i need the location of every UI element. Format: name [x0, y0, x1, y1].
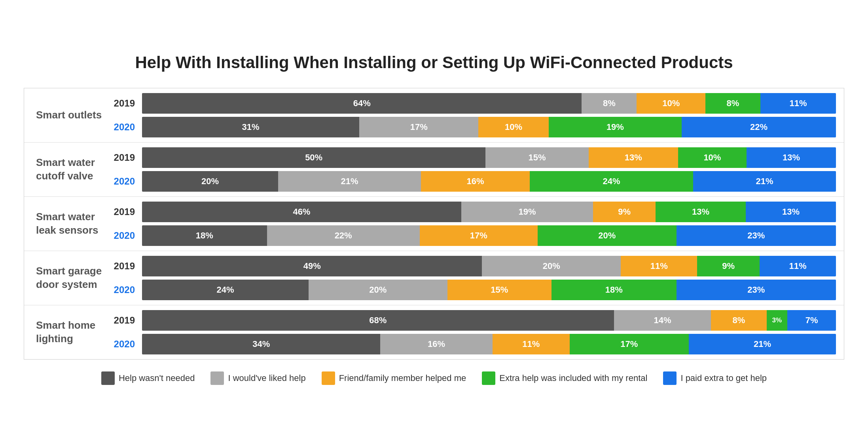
bar-track: 24%20%15%18%23%: [142, 280, 836, 300]
bar-segment: 16%: [421, 171, 530, 192]
bar-segment: 20%: [142, 171, 278, 192]
bar-year: 2019: [111, 261, 139, 272]
bar-track: 49%20%11%9%11%: [142, 256, 836, 276]
bar-year: 2020: [111, 339, 139, 350]
legend-item: I paid extra to get help: [663, 371, 767, 385]
bar-segment: 8%: [705, 93, 760, 114]
row-label: Smart outlets: [24, 109, 111, 122]
chart-row: Smart garage door system201949%20%11%9%1…: [24, 251, 844, 305]
bar-segment: 64%: [142, 93, 582, 114]
legend: Help wasn't neededI would've liked helpF…: [101, 371, 767, 385]
bar-track: 20%21%16%24%21%: [142, 171, 836, 192]
bar-row: 201949%20%11%9%11%: [111, 256, 836, 276]
bar-segment: 17%: [420, 225, 538, 246]
bar-row: 201968%14%8%3%7%: [111, 310, 836, 331]
chart-row: Smart home lighting201968%14%8%3%7%20203…: [24, 305, 844, 359]
bar-segment: 17%: [570, 334, 689, 354]
legend-item: Extra help was included with my rental: [482, 371, 647, 385]
bar-segment: 9%: [593, 202, 656, 222]
bar-track: 64%8%10%8%11%: [142, 93, 836, 114]
bar-segment: 7%: [787, 310, 836, 331]
bar-track: 50%15%13%10%13%: [142, 147, 836, 168]
chart-row: Smart outlets201964%8%10%8%11%202031%17%…: [24, 88, 844, 143]
bar-segment: 13%: [656, 202, 746, 222]
bar-segment: 21%: [693, 171, 836, 192]
chart-row: Smart water cutoff valve201950%15%13%10%…: [24, 143, 844, 197]
legend-label: Friend/family member helped me: [339, 373, 466, 383]
bar-segment: 10%: [478, 117, 548, 137]
bar-row: 202020%21%16%24%21%: [111, 171, 836, 192]
legend-label: Help wasn't needed: [119, 373, 195, 383]
bar-segment: 46%: [142, 202, 461, 222]
bar-segment: 3%: [767, 310, 788, 331]
legend-label: I paid extra to get help: [680, 373, 767, 383]
bar-track: 34%16%11%17%21%: [142, 334, 836, 354]
bar-row: 201946%19%9%13%13%: [111, 202, 836, 222]
chart-container: Smart outlets201964%8%10%8%11%202031%17%…: [24, 88, 844, 360]
bar-track: 18%22%17%20%23%: [142, 225, 836, 246]
legend-label: Extra help was included with my rental: [499, 373, 647, 383]
row-label: Smart garage door system: [24, 265, 111, 291]
bar-segment: 10%: [678, 147, 747, 168]
bar-segment: 20%: [482, 256, 621, 276]
bar-segment: 8%: [582, 93, 637, 114]
legend-swatch: [322, 371, 335, 385]
bar-segment: 11%: [760, 93, 836, 114]
legend-item: I would've liked help: [210, 371, 305, 385]
bar-segment: 68%: [142, 310, 614, 331]
bars-group: 201964%8%10%8%11%202031%17%10%19%22%: [111, 93, 844, 137]
bar-segment: 24%: [142, 280, 309, 300]
bar-year: 2019: [111, 98, 139, 109]
row-label: Smart home lighting: [24, 319, 111, 346]
legend-swatch: [101, 371, 115, 385]
bar-segment: 10%: [637, 93, 705, 114]
bar-segment: 23%: [677, 225, 836, 246]
bar-segment: 16%: [380, 334, 492, 354]
bar-track: 31%17%10%19%22%: [142, 117, 836, 137]
bars-group: 201968%14%8%3%7%202034%16%11%17%21%: [111, 310, 844, 354]
bar-segment: 19%: [461, 202, 593, 222]
bar-track: 46%19%9%13%13%: [142, 202, 836, 222]
bar-year: 2020: [111, 284, 139, 295]
bar-segment: 34%: [142, 334, 380, 354]
bar-segment: 15%: [485, 147, 589, 168]
bar-segment: 13%: [747, 147, 836, 168]
bar-segment: 9%: [697, 256, 760, 276]
bar-year: 2020: [111, 176, 139, 187]
legend-item: Friend/family member helped me: [322, 371, 466, 385]
bar-segment: 49%: [142, 256, 482, 276]
bar-segment: 22%: [267, 225, 420, 246]
bar-year: 2019: [111, 152, 139, 163]
bar-segment: 18%: [142, 225, 267, 246]
bar-segment: 13%: [589, 147, 678, 168]
bar-segment: 20%: [538, 225, 677, 246]
bar-segment: 14%: [614, 310, 711, 331]
bar-segment: 24%: [530, 171, 693, 192]
bar-row: 202031%17%10%19%22%: [111, 117, 836, 137]
bar-segment: 18%: [552, 280, 677, 300]
bars-group: 201949%20%11%9%11%202024%20%15%18%23%: [111, 256, 844, 300]
bars-group: 201946%19%9%13%13%202018%22%17%20%23%: [111, 202, 844, 246]
bar-segment: 19%: [549, 117, 682, 137]
bar-row: 202024%20%15%18%23%: [111, 280, 836, 300]
bar-row: 202034%16%11%17%21%: [111, 334, 836, 354]
bar-segment: 11%: [493, 334, 570, 354]
legend-swatch: [482, 371, 495, 385]
legend-swatch: [210, 371, 224, 385]
bar-segment: 17%: [359, 117, 478, 137]
chart-title: Help With Installing When Installing or …: [135, 53, 733, 72]
bar-year: 2020: [111, 230, 139, 241]
bar-segment: 15%: [447, 280, 552, 300]
bar-segment: 8%: [711, 310, 766, 331]
bar-segment: 21%: [278, 171, 421, 192]
row-label: Smart water leak sensors: [24, 210, 111, 237]
bar-track: 68%14%8%3%7%: [142, 310, 836, 331]
chart-row: Smart water leak sensors201946%19%9%13%1…: [24, 197, 844, 251]
bar-row: 202018%22%17%20%23%: [111, 225, 836, 246]
bar-year: 2019: [111, 206, 139, 217]
bar-year: 2020: [111, 122, 139, 133]
legend-item: Help wasn't needed: [101, 371, 195, 385]
bar-year: 2019: [111, 315, 139, 326]
bar-segment: 11%: [621, 256, 697, 276]
bar-segment: 31%: [142, 117, 359, 137]
